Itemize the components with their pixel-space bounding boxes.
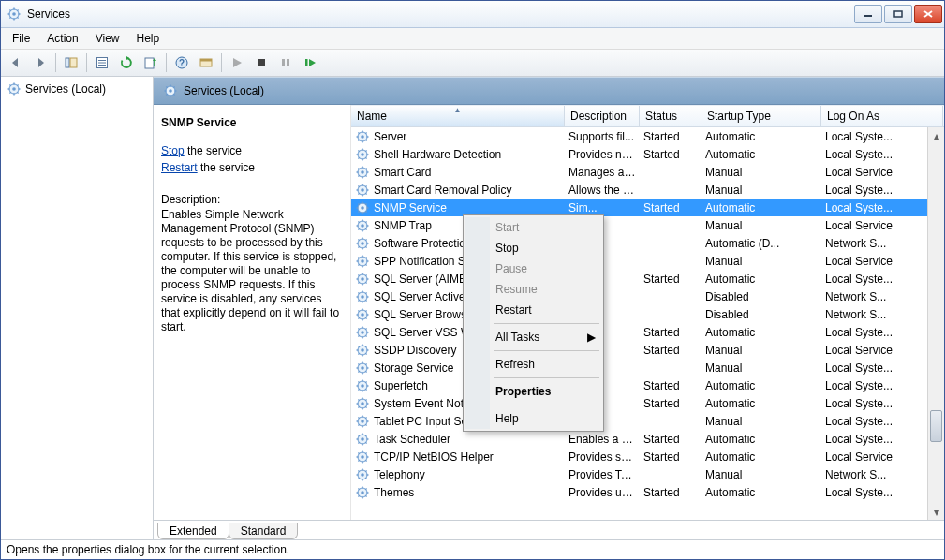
sort-asc-icon: ▲ <box>454 106 462 114</box>
cell-log-on-as: Local Syste... <box>821 184 943 197</box>
menu-help[interactable]: Help <box>129 30 168 47</box>
refresh-button[interactable] <box>115 52 138 74</box>
show-hide-tree-button[interactable] <box>60 52 82 74</box>
service-row[interactable]: TCP/IP NetBIOS HelperProvides su...Start… <box>351 448 944 465</box>
service-row[interactable]: Smart Card Removal PolicyAllows the s...… <box>351 181 944 199</box>
rows-container: ServerSupports fil...StartedAutomaticLoc… <box>351 127 944 520</box>
context-menu-all-tasks[interactable]: All Tasks ▶ <box>465 327 601 347</box>
tree-root-services-local[interactable]: Services (Local) <box>3 81 151 97</box>
service-name-label: SQL Server Active D <box>374 290 477 303</box>
service-row[interactable]: ThemesProvides us...StartedAutomaticLoca… <box>351 483 944 501</box>
service-row[interactable]: SQL Server Active Dinte...DisabledNetwor… <box>351 287 944 305</box>
service-row[interactable]: SQL Server (AIMETs sto...StartedAutomati… <box>351 270 944 287</box>
menu-file[interactable]: File <box>5 30 37 47</box>
scroll-track[interactable] <box>928 143 944 504</box>
context-menu-pause[interactable]: Pause <box>465 258 601 279</box>
scroll-down-icon[interactable]: ▾ <box>928 504 944 520</box>
cell-log-on-as: Local Syste... <box>821 148 943 161</box>
context-menu-stop[interactable]: Stop <box>465 238 601 258</box>
column-header-log-on-as[interactable]: Log On As <box>821 106 943 126</box>
gear-icon <box>355 129 370 144</box>
help-button[interactable]: ? <box>170 52 193 74</box>
service-name-label: Telephony <box>374 468 425 481</box>
scroll-thumb[interactable] <box>930 410 942 442</box>
cell-startup-type: Automatic <box>701 486 821 499</box>
service-name-label: Smart Card <box>374 166 431 179</box>
cell-description: Manages ac... <box>565 166 640 179</box>
context-menu-separator <box>494 323 599 324</box>
status-text: Opens the properties dialog box for the … <box>7 543 289 556</box>
context-menu-start[interactable]: Start <box>465 217 601 238</box>
service-row[interactable]: Smart CardManages ac...ManualLocal Servi… <box>351 163 944 181</box>
service-row[interactable]: Software Protectionthe ...Automatic (D..… <box>351 234 944 252</box>
menu-view[interactable]: View <box>88 30 127 47</box>
service-row[interactable]: SQL Server Browsers SQ...DisabledNetwork… <box>351 305 944 323</box>
service-row[interactable]: SNMP Traps tra...ManualLocal Service <box>351 216 944 234</box>
export-list-button[interactable] <box>140 52 162 74</box>
svg-rect-24 <box>200 59 212 62</box>
column-header-description[interactable]: Description <box>565 106 640 126</box>
maximize-button[interactable] <box>884 5 912 23</box>
svg-rect-28 <box>305 59 308 66</box>
minimize-button[interactable] <box>854 5 882 23</box>
restart-service-button[interactable] <box>299 52 321 74</box>
service-row[interactable]: Tablet PC Input SerTab...ManualLocal Sys… <box>351 412 944 430</box>
service-row[interactable]: Superfetchns a...StartedAutomaticLocal S… <box>351 376 944 394</box>
service-row[interactable]: TelephonyProvides Tel...ManualNetwork S.… <box>351 465 944 483</box>
cell-status: Started <box>640 344 701 357</box>
context-menu-restart[interactable]: Restart <box>465 300 601 320</box>
service-row[interactable]: System Event Notifrs sy...StartedAutomat… <box>351 394 944 412</box>
scroll-up-icon[interactable]: ▴ <box>928 127 944 143</box>
cell-log-on-as: Local Service <box>821 344 943 357</box>
context-menu-properties[interactable]: Properties <box>465 381 601 402</box>
cell-startup-type: Disabled <box>701 308 821 321</box>
service-name-label: TCP/IP NetBIOS Helper <box>374 450 494 464</box>
service-row[interactable]: ServerSupports fil...StartedAutomaticLoc… <box>351 127 944 145</box>
cell-log-on-as: Local Syste... <box>821 433 943 446</box>
start-service-button[interactable] <box>226 52 248 74</box>
properties-button[interactable] <box>91 52 113 74</box>
service-name-label: Shell Hardware Detection <box>374 148 501 161</box>
gear-icon <box>355 414 370 429</box>
cell-startup-type: Manual <box>701 184 821 197</box>
context-menu-refresh[interactable]: Refresh <box>465 354 601 375</box>
column-header-name[interactable]: Name ▲ <box>351 106 565 126</box>
restart-service-link[interactable]: Restart <box>161 161 198 174</box>
tab-extended[interactable]: Extended <box>157 523 229 539</box>
service-row[interactable]: Shell Hardware DetectionProvides no...St… <box>351 145 944 163</box>
nav-back-button[interactable] <box>5 52 27 74</box>
tab-standard[interactable]: Standard <box>229 523 299 539</box>
cell-startup-type: Manual <box>701 415 821 428</box>
stop-service-button[interactable] <box>250 52 273 74</box>
menu-action[interactable]: Action <box>39 30 85 47</box>
pause-service-button[interactable] <box>274 52 297 74</box>
column-header-status[interactable]: Status <box>640 106 701 126</box>
description-panel: SNMP Service Stop the service Restart th… <box>154 105 350 520</box>
cell-status: Started <box>640 450 701 464</box>
panel-header: Services (Local) <box>154 77 944 105</box>
vertical-scrollbar[interactable]: ▴ ▾ <box>927 127 944 520</box>
nav-forward-button[interactable] <box>29 52 52 74</box>
column-header-startup-type[interactable]: Startup Type <box>701 106 821 126</box>
service-name-label: SNMP Trap <box>374 219 432 232</box>
services-list: Name ▲ Description Status Startup Type L… <box>350 105 944 520</box>
close-button[interactable] <box>914 5 942 23</box>
service-name-label: SSDP Discovery <box>374 344 456 357</box>
service-row[interactable]: SQL Server VSS Wris th...StartedAutomati… <box>351 323 944 341</box>
gear-icon <box>355 378 370 393</box>
console-button[interactable] <box>195 52 217 74</box>
context-menu-help[interactable]: Help <box>465 408 601 429</box>
service-row[interactable]: SSDP Discoveryers n...StartedManualLocal… <box>351 341 944 359</box>
gear-icon <box>355 165 370 180</box>
context-menu-resume[interactable]: Resume <box>465 279 601 300</box>
gear-icon <box>355 254 370 269</box>
gear-icon <box>355 432 370 447</box>
gear-icon <box>355 361 370 376</box>
stop-service-link[interactable]: Stop <box>161 144 185 157</box>
cell-log-on-as: Local Syste... <box>821 273 943 286</box>
service-row[interactable]: SNMP ServiceSim...StartedAutomaticLocal … <box>351 199 944 216</box>
service-row[interactable]: SPP Notification Ses So...ManualLocal Se… <box>351 252 944 270</box>
cell-description: Provides su... <box>565 450 640 464</box>
service-row[interactable]: Storage Services gr...ManualLocal Syste.… <box>351 359 944 376</box>
service-row[interactable]: Task SchedulerEnables a us...StartedAuto… <box>351 430 944 448</box>
